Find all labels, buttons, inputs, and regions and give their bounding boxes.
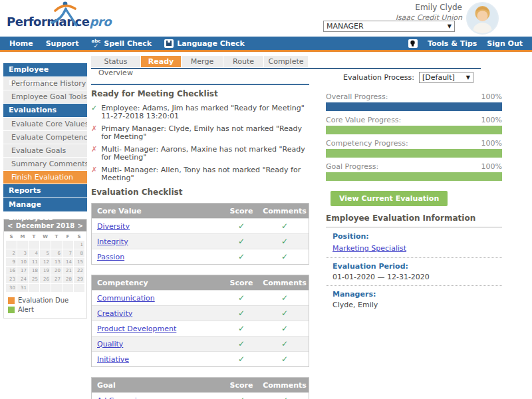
tab-route[interactable]: Route — [223, 56, 263, 67]
calendar-day[interactable]: 19 — [40, 267, 51, 275]
role-select[interactable]: MANAGER ▼ — [323, 21, 455, 32]
tab-complete[interactable]: Complete — [264, 56, 308, 67]
progress-bar — [326, 102, 502, 111]
calendar-day[interactable]: 14 — [63, 258, 73, 266]
calendar-day — [63, 241, 73, 249]
sidebar-section-employee-documents[interactable]: Employee Documents — [3, 63, 87, 76]
column-score: Score — [222, 207, 261, 215]
sidebar-item-performance-history[interactable]: Performance History — [3, 77, 87, 90]
navbar-left: Home Support abc✓ Spell Check Language C… — [9, 39, 245, 48]
ready-item-text: Primary Manager: Clyde, Emily has not ma… — [101, 125, 309, 141]
calendar-day-header: T — [51, 233, 62, 240]
calendar-day[interactable]: 21 — [63, 267, 73, 275]
nav-language-check[interactable]: Language Check — [164, 39, 245, 48]
calendar-day[interactable]: 8 — [74, 249, 84, 257]
calendar-legend: Evaluation Due Alert — [4, 294, 86, 313]
calendar-day[interactable]: 2 — [6, 249, 17, 257]
progress-label: Competency Progress: — [326, 139, 408, 148]
logo-figure-icon — [49, 0, 80, 31]
nav-support[interactable]: Support — [46, 39, 79, 48]
calendar-day[interactable]: 17 — [17, 267, 28, 275]
calendar-day[interactable]: 25 — [29, 275, 39, 283]
calendar-day[interactable]: 27 — [51, 275, 62, 283]
calendar-day[interactable]: 18 — [29, 267, 39, 275]
overall-progress: Overall Progress: 100% — [326, 92, 502, 111]
goal-table-header: Goal Score Comments — [92, 378, 309, 392]
competency-link[interactable]: Quality — [92, 340, 222, 348]
table-row: Passion ✓ ✓ — [92, 249, 309, 264]
nav-spell-check[interactable]: abc✓ Spell Check — [91, 39, 152, 48]
avatar[interactable] — [466, 2, 499, 35]
ready-item-text: Employee: Adams, Jim has marked "Ready f… — [101, 104, 309, 120]
calendar-day — [40, 241, 51, 249]
ready-checklist-title: Ready for Meeting Checklist — [91, 89, 309, 98]
sidebar-item-evaluate-goals[interactable]: Evaluate Goals — [3, 144, 87, 157]
calendar-day[interactable]: 13 — [51, 258, 62, 266]
calendar-day[interactable]: 11 — [29, 258, 39, 266]
cross-icon: ✗ — [91, 166, 97, 174]
tab-status-overview[interactable]: Status Overview — [91, 56, 140, 67]
calendar-day[interactable]: 7 — [63, 249, 73, 257]
competency-link[interactable]: Communication — [92, 294, 222, 303]
sidebar-item-employee-goal-tools[interactable]: Employee Goal Tools — [3, 90, 87, 103]
tab-ready[interactable]: Ready — [141, 56, 181, 67]
score-check-icon: ✓ — [222, 252, 261, 261]
calendar-day[interactable]: 24 — [17, 275, 28, 283]
calendar-day[interactable]: 3 — [17, 249, 28, 257]
column-comments: Comments — [261, 381, 309, 390]
table-row: Initiative ✓ ✓ — [92, 351, 309, 366]
cross-icon: ✗ — [91, 125, 97, 133]
calendar-day[interactable]: 10 — [17, 258, 28, 266]
nav-home[interactable]: Home — [9, 39, 33, 48]
nav-sign-out[interactable]: Sign Out — [487, 39, 523, 48]
calendar-day[interactable]: 4 — [29, 249, 39, 257]
core-value-link[interactable]: Integrity — [92, 237, 222, 246]
calendar-prev-button[interactable]: < — [7, 222, 13, 229]
role-select-value: MANAGER — [327, 22, 364, 31]
calendar-day[interactable]: 12 — [40, 258, 51, 266]
calendar-day[interactable]: 26 — [40, 275, 51, 283]
calendar-day[interactable]: 29 — [74, 275, 84, 283]
nav-tools-tips[interactable]: Tools & Tips — [428, 39, 477, 48]
calendar-day[interactable]: 6 — [51, 249, 62, 257]
calendar-day[interactable]: 5 — [40, 249, 51, 257]
position-link[interactable]: Marketing Specialist — [326, 244, 406, 253]
legend-alert: Alert — [8, 306, 82, 313]
calendar-day[interactable]: 9 — [6, 258, 17, 266]
view-current-evaluation-button[interactable]: View Current Evaluation — [331, 191, 448, 206]
calendar-day[interactable]: 15 — [74, 258, 84, 266]
sidebar-item-evaluate-competencies[interactable]: Evaluate Competencies — [3, 131, 87, 144]
calendar-day[interactable]: 16 — [6, 267, 17, 275]
sidebar-item-summary-comments[interactable]: Summary Comments — [3, 158, 87, 170]
evaluation-process-row: Evaluation Process: [Default] ▼ — [326, 72, 502, 83]
score-check-icon: ✓ — [222, 309, 261, 318]
calendar-day[interactable]: 22 — [74, 267, 84, 275]
calendar-day[interactable]: 20 — [51, 267, 62, 275]
calendar-day[interactable]: 30 — [6, 284, 17, 292]
calendar-day[interactable]: 1 — [74, 241, 84, 249]
sidebar-section-evaluations[interactable]: Evaluations — [3, 104, 87, 117]
competency-table-header: Competency Score Comments — [92, 275, 309, 290]
tab-merge[interactable]: Merge — [182, 56, 223, 67]
sidebar-section-reports[interactable]: Reports — [3, 184, 87, 198]
core-value-link[interactable]: Passion — [92, 253, 222, 261]
ready-item-multi-manager-2: ✗ Multi- Manager: Allen, Tony has not ma… — [91, 166, 309, 182]
calendar-next-button[interactable]: > — [78, 222, 83, 229]
evaluation-process-select[interactable]: [Default] ▼ — [419, 72, 473, 83]
lightbulb-icon[interactable] — [408, 39, 418, 48]
nav-language-check-label: Language Check — [177, 39, 245, 48]
sidebar-item-evaluate-core-values[interactable]: Evaluate Core Values — [3, 118, 87, 130]
sidebar-section-manage-employees[interactable]: Manage Employees — [3, 198, 87, 211]
sidebar-item-finish-evaluation[interactable]: Finish Evaluation — [3, 171, 87, 184]
competency-link[interactable]: Initiative — [92, 355, 222, 364]
evaluation-period-label: Evaluation Period: — [326, 262, 502, 271]
calendar-day[interactable]: 28 — [63, 275, 73, 283]
calendar-day[interactable]: 23 — [6, 275, 17, 283]
calendar-day[interactable]: 31 — [17, 284, 28, 292]
competency-link[interactable]: Creativity — [92, 309, 222, 318]
competency-link[interactable]: Product Development — [92, 325, 222, 333]
core-value-link[interactable]: Diversity — [92, 222, 222, 231]
goal-link[interactable]: Ad Campaign — [92, 396, 222, 399]
progress-bar — [326, 149, 502, 158]
managers-value: Clyde, Emily — [326, 301, 502, 309]
